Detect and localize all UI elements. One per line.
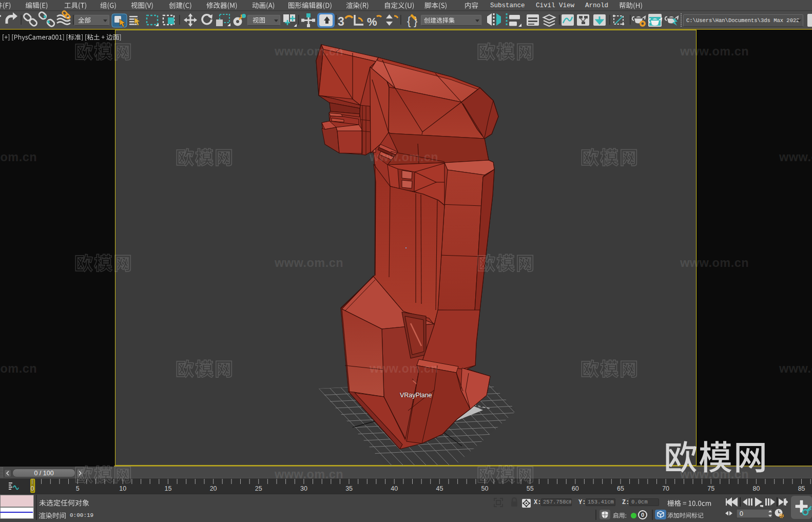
svg-text:85: 85 — [798, 485, 805, 492]
svg-text:50: 50 — [481, 485, 489, 492]
svg-text:}: } — [414, 14, 417, 27]
svg-text:{: { — [407, 14, 411, 27]
svg-text:80: 80 — [752, 485, 760, 492]
svg-text:3: 3 — [338, 15, 344, 28]
svg-text:65: 65 — [617, 485, 624, 492]
svg-text:%: % — [367, 15, 377, 28]
svg-text:10: 10 — [119, 485, 126, 492]
svg-text:15: 15 — [165, 485, 172, 492]
svg-text:5: 5 — [76, 485, 80, 492]
svg-text:40: 40 — [391, 485, 398, 492]
svg-text:55: 55 — [527, 485, 534, 492]
svg-text:30: 30 — [300, 485, 307, 492]
svg-text:0: 0 — [740, 510, 743, 517]
svg-text:75: 75 — [707, 485, 714, 492]
svg-text:35: 35 — [345, 485, 353, 492]
svg-text:0: 0 — [31, 485, 34, 492]
svg-text:70: 70 — [662, 485, 669, 492]
svg-text:25: 25 — [255, 485, 262, 492]
svg-text:60: 60 — [572, 485, 579, 492]
svg-text:45: 45 — [436, 485, 443, 492]
svg-text:20: 20 — [210, 485, 217, 492]
